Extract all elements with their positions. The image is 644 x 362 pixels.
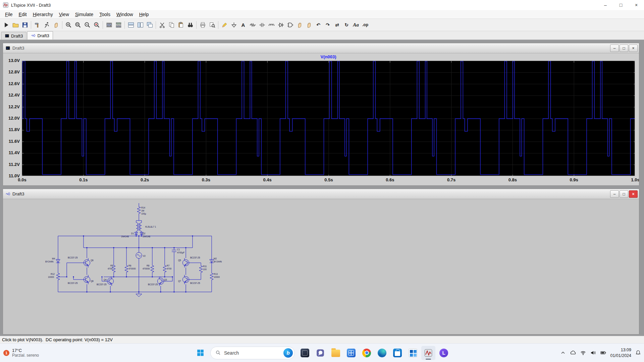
chevron-up-icon[interactable] (560, 350, 566, 356)
tile-horizontal-button[interactable] (126, 20, 136, 29)
taskbar-l-app-button[interactable]: L (437, 346, 451, 360)
capacitor-button[interactable] (257, 20, 267, 29)
redo-button[interactable]: ↷ (323, 20, 332, 29)
schematic-label: 10000 (48, 276, 54, 278)
copy-button[interactable] (167, 20, 176, 29)
ground-icon (230, 21, 237, 28)
net-label-button[interactable]: A (238, 20, 248, 29)
menu-view[interactable]: View (56, 11, 72, 18)
mirror-button[interactable]: ⇄ (332, 20, 342, 29)
wifi-icon[interactable] (580, 350, 586, 356)
menu-simulate[interactable]: Simulate (72, 11, 96, 18)
onedrive-cloud-icon[interactable] (570, 350, 576, 356)
run-button[interactable] (1, 20, 11, 29)
menu-window[interactable]: Window (113, 11, 136, 18)
waveform-window-titlebar[interactable]: Draft3 – □ × (3, 43, 639, 53)
drag-button[interactable] (304, 20, 314, 29)
waveform-maximize-button[interactable]: □ (620, 45, 628, 52)
taskbar-office-button[interactable] (406, 346, 420, 360)
tab-1-draft3[interactable]: Draft3 (1, 32, 26, 40)
print-preview-button[interactable] (207, 20, 217, 29)
start-button[interactable] (193, 346, 207, 360)
close-button[interactable]: × (629, 0, 644, 10)
wire-button[interactable] (220, 20, 229, 29)
add-plot-pane-button[interactable] (114, 20, 123, 29)
volume-icon[interactable] (590, 350, 596, 356)
schematic-label: BY244N (45, 260, 54, 263)
menu-help[interactable]: Help (136, 11, 152, 18)
undo-button[interactable]: ↶ (314, 20, 323, 29)
menu-edit[interactable]: Edit (16, 11, 30, 18)
text-button[interactable]: Aa (351, 20, 361, 29)
tile-vertical-button[interactable] (136, 20, 145, 29)
trace-label[interactable]: V(n003) (22, 54, 635, 59)
zoom-area-button[interactable] (73, 20, 83, 29)
autorange-y-button[interactable] (104, 20, 114, 29)
spice-directive-button[interactable]: .op (361, 20, 370, 29)
waveform-doc-icon (5, 46, 10, 51)
halt-button[interactable] (51, 20, 61, 29)
status-bar: Click to plot V(N003). DC operating poin… (0, 336, 644, 343)
waveform-close-button[interactable]: × (629, 45, 638, 52)
widgets-button[interactable]: 1 17°C Parzial. sereno (3, 344, 39, 362)
menu-tools[interactable]: Tools (96, 11, 113, 18)
ground-button[interactable] (229, 20, 238, 29)
save-button[interactable] (20, 20, 30, 29)
zoom-in-button[interactable] (64, 20, 73, 29)
schematic-canvas[interactable]: R141M100µKL5L&L7 1D1D21N41481N4148V2C147… (3, 199, 639, 334)
component-button[interactable] (285, 20, 295, 29)
schematic-close-button[interactable]: × (629, 190, 638, 198)
autorange-y-icon (106, 21, 113, 28)
schematic-maximize-button[interactable]: □ (620, 190, 628, 198)
x-axis-label: 0.8s (508, 177, 517, 182)
taskbar-search[interactable]: Search b (210, 347, 295, 359)
resistor-button[interactable] (248, 20, 257, 29)
window-titlebar: LTspice XVII - Draft3 – □ × (0, 0, 644, 10)
maximize-button[interactable]: □ (613, 0, 629, 10)
print-icon (199, 21, 206, 28)
bing-icon[interactable]: b (283, 348, 293, 358)
zoom-out-button[interactable] (83, 20, 92, 29)
schematic-editor[interactable]: R141M100µKL5L&L7 1D1D21N41481N4148V2C147… (3, 199, 639, 334)
taskbar-photos-button[interactable] (344, 346, 358, 360)
taskbar-microsoft-store-button[interactable] (390, 346, 405, 360)
taskbar-task-view-button[interactable] (298, 346, 312, 360)
battery-icon[interactable] (600, 350, 606, 356)
zoom-full-extents-button[interactable] (92, 20, 101, 29)
taskbar-edge-button[interactable] (375, 346, 389, 360)
diode-button[interactable] (276, 20, 285, 29)
weather-temp: 17°C (12, 348, 39, 353)
minimize-button[interactable]: – (598, 0, 613, 10)
notifications-bell-icon[interactable] (635, 350, 641, 356)
paste-button[interactable] (176, 20, 185, 29)
taskbar-file-explorer-button[interactable] (329, 346, 343, 360)
control-panel-button[interactable] (33, 20, 42, 29)
taskbar-chrome-button[interactable] (360, 346, 374, 360)
menu-hierarchy[interactable]: Hierarchy (30, 11, 56, 18)
spice-directive-icon: .op (362, 22, 368, 27)
find-button[interactable] (185, 20, 195, 29)
schematic-window-titlebar[interactable]: Draft3 – □ × (3, 189, 639, 199)
component-icon (287, 21, 294, 28)
waveform-window: Draft3 – □ × V(n003) 13.0V12.8V12.6V12.4… (3, 43, 639, 186)
move-button[interactable] (295, 20, 304, 29)
print-button[interactable] (198, 20, 207, 29)
menu-file[interactable]: File (2, 11, 16, 18)
waveform-plot-area[interactable]: V(n003) 13.0V12.8V12.6V12.4V12.2V12.0V11… (3, 53, 639, 185)
schematic-minimize-button[interactable]: – (610, 190, 619, 198)
waveform-plot[interactable] (22, 61, 635, 176)
taskbar-ltspice-button[interactable] (421, 346, 435, 360)
open-button[interactable] (11, 20, 20, 29)
waveform-minimize-button[interactable]: – (610, 45, 619, 52)
run-simulation-button[interactable] (42, 20, 51, 29)
schematic-doc-icon (5, 191, 10, 196)
tray-clock[interactable]: 13:09 01/01/2024 (610, 347, 631, 359)
tab-2-draft3[interactable]: Draft3 (27, 31, 53, 40)
rotate-button[interactable]: ↻ (342, 20, 351, 29)
inductor-button[interactable] (267, 20, 276, 29)
taskbar-teams-chat-button[interactable] (313, 346, 327, 360)
cascade-windows-button[interactable] (145, 20, 154, 29)
cut-button[interactable] (157, 20, 167, 29)
status-text: Click to plot V(N003). DC operating poin… (2, 337, 113, 342)
toolbar-separator (31, 21, 31, 29)
